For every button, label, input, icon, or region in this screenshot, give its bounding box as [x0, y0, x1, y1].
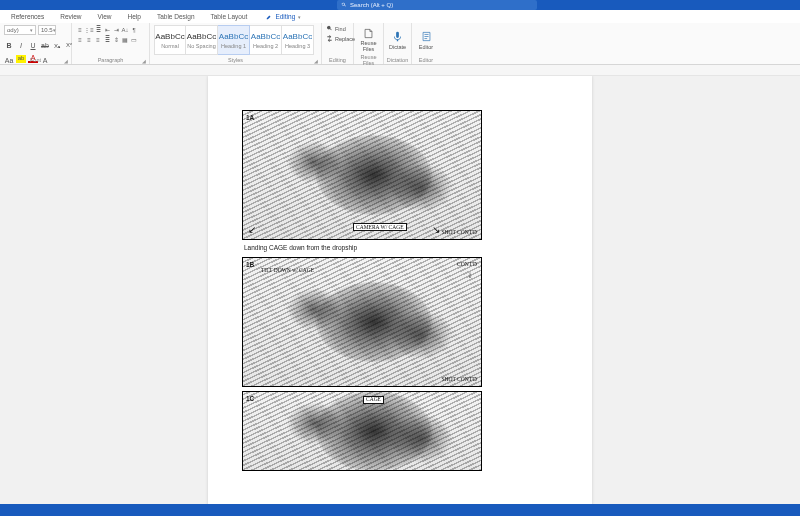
italic-button[interactable]: I — [16, 40, 26, 50]
find-button[interactable]: Find — [326, 25, 346, 32]
group-label-styles: Styles — [154, 56, 317, 64]
dictate-label: Dictate — [389, 44, 406, 50]
sort-button[interactable]: A↓ — [121, 25, 129, 34]
style-sample: AaBbCc — [187, 32, 216, 41]
subscript-button[interactable]: X₂ — [52, 40, 62, 50]
search-placeholder: Search (Alt + Q) — [350, 2, 393, 8]
editing-mode-button[interactable]: Editing ▾ — [266, 13, 301, 20]
group-font: ody) ▾ 10.5 ▾ B I U ab X₂ X² — [0, 23, 72, 64]
reuse-files-button[interactable]: Reuse Files — [358, 25, 379, 55]
group-label-dictate: Dictation — [388, 56, 407, 64]
style-name: Heading 3 — [285, 43, 310, 49]
cage-callout: CAGE — [363, 396, 384, 404]
arrow-down-icon: ↓ — [465, 270, 475, 280]
tab-help[interactable]: Help — [125, 12, 144, 21]
contd-tag: CONT'D — [457, 261, 477, 267]
sketch-art — [243, 392, 481, 470]
tab-view[interactable]: View — [95, 12, 115, 21]
align-left-button[interactable]: ≡ — [76, 35, 84, 44]
style-heading-3[interactable]: AaBbCc Heading 3 — [282, 25, 314, 55]
bold-button[interactable]: B — [4, 40, 14, 50]
storyboard-panel-1a: 1A ↙ ↘ CAMERA W/ CAGE SHOT CONT'D — [242, 110, 482, 240]
replace-button[interactable]: Replace — [326, 35, 355, 42]
justify-button[interactable]: ≣ — [103, 35, 111, 44]
editor-label: Editor — [419, 44, 433, 50]
group-label-editing: Editing — [326, 56, 349, 64]
style-normal[interactable]: AaBbCc Normal — [154, 25, 186, 55]
group-label-editor: Editor — [416, 56, 436, 64]
search-box[interactable]: Search (Alt + Q) — [337, 0, 537, 10]
horizontal-ruler[interactable] — [0, 65, 800, 76]
storyboard-panel-1b: 1B TILT DOWN w/ CAGE CONT'D ↓ SHOT CONT'… — [242, 257, 482, 387]
group-styles: AaBbCc Normal AaBbCc No Spacing AaBbCc H… — [150, 23, 322, 64]
microphone-icon — [392, 31, 403, 42]
style-name: No Spacing — [187, 43, 215, 49]
font-size-value: 10.5 — [41, 27, 53, 33]
panel-number: 1A — [246, 114, 254, 121]
style-no-spacing[interactable]: AaBbCc No Spacing — [186, 25, 218, 55]
arrow-down-right-icon: ↘ — [431, 225, 441, 235]
style-sample: AaBbCc — [251, 32, 280, 41]
dialog-launcher-icon[interactable]: ◢ — [64, 58, 69, 63]
multilevel-button[interactable]: ≣ — [94, 25, 102, 34]
numbering-button[interactable]: ⋮≡ — [85, 25, 93, 34]
strike-button[interactable]: ab — [40, 40, 50, 50]
pencil-icon — [266, 14, 272, 20]
storyboard-panel-1c: 1C CAGE — [242, 391, 482, 471]
line-spacing-button[interactable]: ⇕ — [112, 35, 120, 44]
dialog-launcher-icon[interactable]: ◢ — [314, 58, 319, 63]
panel-number: 1C — [246, 395, 254, 402]
shading-button[interactable]: ▦ — [121, 35, 129, 44]
increase-indent-button[interactable]: ⇥ — [112, 25, 120, 34]
dictate-button[interactable]: Dictate — [388, 25, 407, 55]
style-sample: AaBbCc — [283, 32, 312, 41]
align-right-button[interactable]: ≡ — [94, 35, 102, 44]
tab-table-layout[interactable]: Table Layout — [208, 12, 251, 21]
document-canvas[interactable]: 1A ↙ ↘ CAMERA W/ CAGE SHOT CONT'D Landin… — [0, 76, 800, 516]
font-size-combo[interactable]: 10.5 ▾ — [38, 25, 56, 35]
reuse-files-icon — [363, 28, 374, 39]
styles-gallery[interactable]: AaBbCc Normal AaBbCc No Spacing AaBbCc H… — [154, 25, 314, 55]
sketch-art — [243, 111, 481, 239]
editor-button[interactable]: Editor — [416, 25, 436, 55]
style-heading-2[interactable]: AaBbCc Heading 2 — [250, 25, 282, 55]
panel-caption: Landing CAGE down from the dropship — [244, 244, 558, 251]
chevron-down-icon: ▾ — [298, 14, 301, 20]
panel-number: 1B — [246, 261, 254, 268]
style-name: Heading 2 — [253, 43, 278, 49]
editing-mode-label: Editing — [275, 13, 295, 20]
arrow-down-left-icon: ↙ — [247, 225, 257, 235]
group-paragraph: ≡ ⋮≡ ≣ ⇤ ⇥ A↓ ¶ ≡ ≡ ≡ ≣ ⇕ ▦ ▭ Paragraph … — [72, 23, 150, 64]
font-name-combo[interactable]: ody) ▾ — [4, 25, 36, 35]
search-icon — [341, 2, 347, 8]
tilt-down-tag: TILT DOWN w/ CAGE — [261, 268, 314, 274]
title-bar: Search (Alt + Q) — [0, 0, 800, 10]
ribbon: ody) ▾ 10.5 ▾ B I U ab X₂ X² — [0, 23, 800, 65]
tab-table-design[interactable]: Table Design — [154, 12, 198, 21]
group-label-font: Font — [4, 56, 67, 64]
reuse-files-label: Reuse Files — [358, 41, 379, 52]
group-editor: Editor Editor — [412, 23, 440, 64]
tab-review[interactable]: Review — [57, 12, 84, 21]
borders-button[interactable]: ▭ — [130, 35, 138, 44]
bullets-button[interactable]: ≡ — [76, 25, 84, 34]
underline-button[interactable]: U — [28, 40, 38, 50]
align-center-button[interactable]: ≡ — [85, 35, 93, 44]
group-editing: Find Replace Editing — [322, 23, 354, 64]
decrease-indent-button[interactable]: ⇤ — [103, 25, 111, 34]
show-marks-button[interactable]: ¶ — [130, 25, 138, 34]
dialog-launcher-icon[interactable]: ◢ — [142, 58, 147, 63]
group-reuse-files: Reuse Files Reuse Files — [354, 23, 384, 64]
group-label-reuse: Reuse Files — [358, 56, 379, 64]
search-icon — [326, 25, 333, 32]
chevron-down-icon: ▾ — [30, 27, 33, 33]
style-heading-1[interactable]: AaBbCc Heading 1 — [218, 25, 250, 55]
page: 1A ↙ ↘ CAMERA W/ CAGE SHOT CONT'D Landin… — [208, 76, 592, 516]
style-sample: AaBbCc — [219, 32, 248, 41]
status-bar — [0, 504, 800, 516]
find-label: Find — [335, 26, 346, 32]
shot-contd-tag: SHOT CONT'D — [441, 230, 477, 236]
replace-label: Replace — [335, 36, 355, 42]
tab-references[interactable]: References — [8, 12, 47, 21]
sketch-art — [243, 258, 481, 386]
